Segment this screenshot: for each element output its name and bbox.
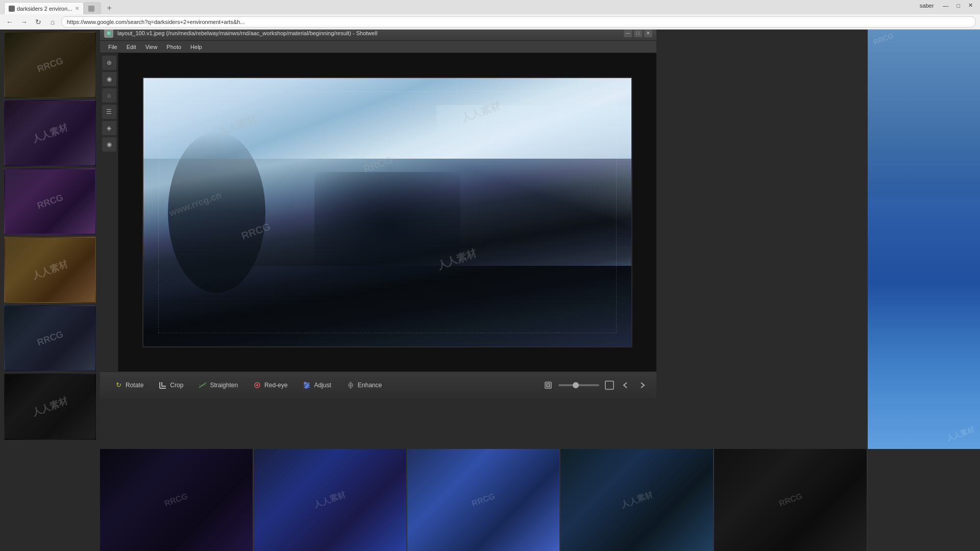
forward-button[interactable]: → [18, 16, 30, 28]
thumbnail-6[interactable]: 人人素材 [4, 373, 96, 440]
enhance-label: Enhance [358, 382, 382, 389]
thumbnail-5[interactable]: RRCG [4, 305, 96, 371]
shotwell-sidebar: ⊕ ◉ ⌂ ☰ ◈ ◉ [100, 53, 118, 371]
browser-tab-2[interactable] [84, 2, 101, 14]
svg-point-9 [256, 384, 258, 386]
shotwell-title: layout_100.v1.jpeg (/run/media/rebelway/… [117, 30, 624, 36]
redeye-button[interactable]: Red-eye [247, 378, 292, 392]
bottom-thumb-5[interactable]: RRCG [714, 449, 868, 551]
thumbnail-3[interactable]: RRCG [4, 168, 96, 235]
next-image-btn[interactable] [636, 379, 648, 391]
shotwell-menubar: File Edit View Photo Help [100, 41, 656, 53]
toolbar-right-controls [542, 379, 648, 391]
refresh-button[interactable]: ↻ [33, 16, 44, 28]
straighten-button[interactable]: Straighten [192, 378, 243, 392]
browser-minimize[interactable]: — [940, 2, 951, 10]
shotwell-minimize[interactable]: — [624, 29, 632, 37]
enhance-button[interactable]: Enhance [340, 378, 387, 392]
bottom-thumbnail-strip[interactable]: RRCG 人人素材 RRCG 人人素材 RRCG [100, 449, 868, 551]
tab-close-btn[interactable]: ✕ [75, 6, 79, 11]
shotwell-maximize[interactable]: □ [634, 29, 642, 37]
sidebar-tool-5[interactable]: ◈ [102, 121, 116, 135]
prev-image-btn[interactable] [620, 379, 632, 391]
fill-btn[interactable] [603, 379, 616, 391]
svg-rect-22 [605, 381, 614, 389]
adjust-label: Adjust [314, 382, 331, 389]
zoom-slider[interactable] [558, 384, 599, 386]
shotwell-app-icon [104, 29, 113, 38]
thumbnail-2[interactable]: 人人素材 [4, 100, 96, 166]
left-thumbnail-panel[interactable]: RRCG 人人素材 RRCG 人人素材 RRCG 人人素材 [0, 30, 100, 551]
adjust-button[interactable]: Adjust [297, 378, 336, 392]
straighten-icon [198, 380, 208, 390]
menu-file[interactable]: File [104, 43, 121, 51]
browser-chrome: darksiders 2 environ... ✕ + saber — □ ✕ … [0, 0, 980, 30]
sidebar-tool-6[interactable]: ◉ [102, 137, 116, 152]
redeye-icon [252, 380, 262, 390]
svg-point-15 [305, 386, 307, 388]
bottom-thumb-4[interactable]: 人人素材 [560, 449, 714, 551]
rotate-label: Rotate [126, 382, 143, 389]
rotate-button[interactable]: ↻ Rotate [108, 378, 149, 392]
browser-maximize[interactable]: □ [953, 2, 963, 10]
svg-point-1 [107, 32, 110, 35]
shotwell-bottom-toolbar: ↻ Rotate Crop Straighten [100, 371, 656, 398]
crop-label: Crop [170, 382, 183, 389]
home-button[interactable]: ⌂ [47, 16, 58, 28]
new-tab-button[interactable]: + [103, 2, 115, 14]
sidebar-tool-3[interactable]: ⌂ [102, 88, 116, 103]
address-input[interactable] [61, 16, 976, 28]
bottom-thumb-2[interactable]: 人人素材 [254, 449, 407, 551]
menu-edit[interactable]: Edit [122, 43, 140, 51]
shotwell-window-controls: — □ ✕ [624, 29, 652, 37]
user-name: saber [920, 3, 934, 9]
menu-help[interactable]: Help [186, 43, 206, 51]
svg-line-6 [199, 383, 206, 388]
browser-close[interactable]: ✕ [965, 1, 976, 10]
shotwell-close[interactable]: ✕ [644, 29, 652, 37]
redeye-label: Red-eye [264, 382, 287, 389]
svg-point-17 [350, 384, 352, 386]
menu-photo[interactable]: Photo [162, 43, 185, 51]
straighten-label: Straighten [210, 382, 238, 389]
sidebar-tool-1[interactable]: ⊕ [102, 56, 116, 70]
zoom-slider-container [558, 384, 599, 386]
bottom-thumb-3[interactable]: RRCG [407, 449, 561, 551]
sidebar-tool-4[interactable]: ☰ [102, 105, 116, 119]
thumbnail-4[interactable]: 人人素材 [4, 237, 96, 303]
enhance-icon [346, 380, 356, 390]
rotate-icon: ↻ [113, 380, 124, 390]
fit-btn[interactable] [542, 379, 554, 391]
back-button[interactable]: ← [4, 16, 15, 28]
svg-point-14 [307, 384, 309, 386]
sidebar-tool-2[interactable]: ◉ [102, 72, 116, 86]
crop-icon [158, 380, 168, 390]
tab-label: darksiders 2 environ... [17, 6, 72, 12]
menu-view[interactable]: View [141, 43, 162, 51]
thumbnail-1[interactable]: RRCG [4, 32, 96, 98]
crop-button[interactable]: Crop [153, 378, 188, 392]
main-image [143, 78, 631, 346]
bottom-thumb-1[interactable]: RRCG [100, 449, 254, 551]
adjust-icon [302, 380, 312, 390]
svg-point-13 [304, 382, 306, 384]
address-bar-container: ← → ↻ ⌂ [0, 14, 980, 30]
browser-tab-active[interactable]: darksiders 2 environ... ✕ [4, 2, 84, 14]
svg-rect-21 [547, 384, 550, 387]
image-display-area: 人人素材 RRCG RRCG 人人素材 人人素材 www.rrcg.cn [118, 53, 656, 371]
tab-bar: darksiders 2 environ... ✕ + saber — □ ✕ [0, 0, 980, 14]
shotwell-window: layout_100.v1.jpeg (/run/media/rebelway/… [100, 26, 656, 398]
zoom-slider-thumb[interactable] [573, 382, 579, 388]
right-partial-image: RRCG 人人素材 [868, 30, 980, 449]
